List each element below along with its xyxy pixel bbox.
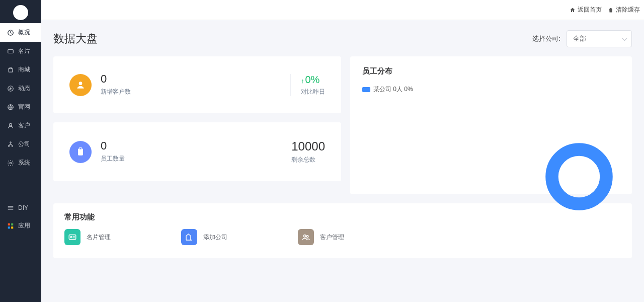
nav-label: 官网: [18, 103, 30, 111]
nav-label: 应用: [18, 221, 30, 230]
stat-new-customers-value: 0: [101, 73, 131, 85]
bag-icon: [7, 66, 14, 73]
svg-point-4: [10, 123, 12, 126]
nav-item-diy[interactable]: DIY: [0, 199, 41, 216]
content: 数据大盘 选择公司: 全部: [41, 20, 644, 302]
company-select-value: 全部: [573, 35, 586, 42]
globe-icon: [7, 104, 14, 111]
svg-point-19: [304, 235, 306, 238]
nav-item-feed[interactable]: 动态: [0, 79, 41, 98]
layout-icon: [7, 204, 14, 211]
nav-item-site[interactable]: 官网: [0, 98, 41, 116]
func-card-manage[interactable]: 名片管理: [64, 229, 111, 245]
apps-icon: [7, 222, 14, 230]
stat-employees-remain: 10000: [291, 139, 325, 154]
stat-new-customers-label: 新增客户数: [101, 88, 131, 96]
nav-item-system[interactable]: 系统: [0, 154, 41, 172]
svg-point-6: [8, 145, 9, 146]
company-select[interactable]: 全部: [567, 30, 632, 47]
nav-label: 商城: [18, 65, 30, 74]
distribution-title: 员工分布: [362, 66, 620, 76]
nav-label: 概况: [18, 28, 30, 37]
svg-point-18: [70, 237, 72, 238]
svg-rect-9: [8, 223, 10, 225]
legend-swatch: [362, 87, 370, 92]
stat-new-customers-pct: ↑0%: [301, 74, 325, 86]
nav-label: 系统: [18, 159, 30, 167]
company-label: 选择公司:: [532, 34, 560, 43]
home-icon: [570, 7, 576, 13]
company-picker: 选择公司: 全部: [532, 30, 632, 47]
svg-point-13: [79, 82, 83, 85]
svg-point-16: [552, 149, 606, 204]
stat-employees-value: 0: [101, 140, 125, 152]
svg-rect-10: [11, 223, 13, 225]
sidebar: 概况 名片 商城 动态 官网 客户: [0, 0, 41, 302]
stat-employees: 0 员工数量 10000 剩余总数: [53, 122, 341, 181]
arrow-up-icon: ↑: [301, 77, 304, 85]
building-icon: [181, 229, 197, 245]
svg-rect-1: [8, 49, 14, 53]
svg-rect-11: [8, 226, 10, 229]
main: 返回首页 清除缓存 数据大盘 选择公司: 全部: [41, 0, 644, 302]
stat-employees-label: 员工数量: [101, 155, 125, 163]
nav-label: 名片: [18, 47, 30, 55]
nav-item-shop[interactable]: 商城: [0, 60, 41, 79]
func-customer-manage[interactable]: 客户管理: [298, 229, 344, 245]
svg-rect-15: [79, 147, 82, 149]
back-home-label: 返回首页: [578, 6, 602, 14]
trash-icon: [608, 7, 614, 13]
legend-text: 某公司 0人 0%: [373, 85, 413, 94]
nav: 概况 名片 商城 动态 官网 客户: [0, 23, 41, 302]
nav-label: 动态: [18, 84, 30, 93]
func-label: 添加公司: [203, 233, 227, 242]
svg-point-5: [10, 141, 11, 142]
funcs-title: 常用功能: [64, 212, 621, 222]
clear-cache-label: 清除缓存: [616, 6, 640, 14]
topbar: 返回首页 清除缓存: [41, 0, 644, 20]
donut-chart: [541, 139, 617, 214]
user-icon: [7, 122, 14, 129]
clock-icon: [7, 29, 14, 36]
func-label: 名片管理: [87, 233, 111, 242]
func-add-company[interactable]: 添加公司: [181, 229, 227, 245]
page-title: 数据大盘: [53, 31, 98, 46]
logo: [13, 5, 28, 20]
card-icon: [7, 48, 14, 55]
nav-label: 公司: [18, 140, 30, 148]
clipboard-icon: [69, 141, 92, 163]
svg-point-20: [306, 236, 308, 238]
nav-item-company[interactable]: 公司: [0, 135, 41, 154]
svg-rect-12: [11, 226, 13, 229]
svg-point-7: [12, 145, 13, 146]
org-icon: [7, 141, 14, 148]
func-label: 客户管理: [320, 233, 344, 242]
stat-new-customers: 0 新增客户数 ↑0% 对比昨日: [53, 56, 341, 113]
stat-new-customers-pct-label: 对比昨日: [301, 88, 325, 96]
nav-item-card[interactable]: 名片: [0, 42, 41, 60]
nav-item-overview[interactable]: 概况: [0, 23, 41, 42]
employee-distribution-card: 员工分布 某公司 0人 0%: [350, 56, 632, 194]
back-home-link[interactable]: 返回首页: [570, 6, 602, 14]
users-icon: [298, 229, 314, 245]
nav-label: 客户: [18, 121, 30, 130]
user-add-icon: [69, 74, 92, 96]
clear-cache-link[interactable]: 清除缓存: [608, 6, 640, 14]
svg-point-2: [8, 86, 14, 91]
page-head: 数据大盘 选择公司: 全部: [53, 30, 632, 47]
nav-item-apps[interactable]: 应用: [0, 216, 41, 235]
nav-item-customer[interactable]: 客户: [0, 116, 41, 135]
stat-employees-remain-label: 剩余总数: [291, 156, 325, 164]
distribution-legend: 某公司 0人 0%: [362, 85, 620, 94]
id-card-icon: [64, 229, 80, 245]
nav-label: DIY: [18, 204, 28, 211]
svg-point-8: [10, 162, 12, 164]
compass-icon: [7, 85, 14, 92]
gear-icon: [7, 160, 14, 167]
